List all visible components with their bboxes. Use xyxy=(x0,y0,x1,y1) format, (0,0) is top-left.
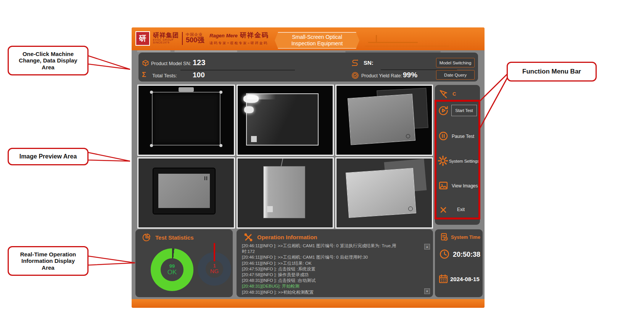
log-line: [20:48:31][INFO ]: 点击按钮 :自动测试 xyxy=(242,278,428,283)
tools-icon xyxy=(243,232,253,242)
callout-text: Area xyxy=(42,64,54,70)
log-title: Operation Information xyxy=(257,234,317,240)
callout-text: Information Display xyxy=(21,258,75,264)
log-line: [20:48:31][INFO ]: >>初始化检测配置 xyxy=(242,290,428,295)
logo-script-text: Ragen Mere xyxy=(209,33,238,38)
current-date: 2024-08-15 xyxy=(450,276,480,282)
callout-data-display-area: One-Click Machine Change, Data Display A… xyxy=(8,46,89,75)
current-time: 20:50:38 xyxy=(453,251,480,259)
product-model-label: Product Model SN: xyxy=(151,61,191,66)
logo-group-name: 研祥集团 xyxy=(153,32,179,39)
logo-rank: 500强 xyxy=(186,37,204,44)
ok-label: OK xyxy=(167,269,177,276)
logo-since: SINCE1979 xyxy=(153,42,179,44)
callout3-tail xyxy=(88,256,135,265)
callout1-tail xyxy=(88,56,130,69)
log-line: [20:46:11][INFO ]: >>工位1结果: OK xyxy=(242,261,428,266)
sigma-icon: Σ xyxy=(142,71,146,79)
pie-icon xyxy=(142,233,151,242)
route-icon xyxy=(351,59,360,68)
preview-image-4 xyxy=(137,157,235,229)
total-tests-value: 100 xyxy=(193,71,205,79)
logo-divider xyxy=(182,32,183,45)
preview-image-3 xyxy=(335,85,433,156)
window-title-line2: Inspection Equipment xyxy=(291,40,343,47)
log-line: [20:48:31][DEBUG]: 开始检测 xyxy=(242,283,428,289)
log-lines: [20:46:11][INFO ]: >>工位相机: CAM1 图片编号: 0 … xyxy=(242,243,428,295)
circuit-decoration xyxy=(174,50,237,52)
callout-text: Change, Data Display xyxy=(19,57,77,64)
ng-label: NG xyxy=(210,268,219,274)
ok-count: 99 xyxy=(169,264,175,269)
total-tests-label: Total Tests: xyxy=(152,73,177,78)
click-icon xyxy=(438,89,449,99)
header-decoration xyxy=(376,35,377,42)
callout-realtime-info-area: Real-Time Operation Information Display … xyxy=(8,246,89,276)
model-switching-button[interactable]: Model Switching xyxy=(436,58,475,67)
logo-slogan: 读码专家+瑕检专家=研祥金码 xyxy=(209,41,269,46)
header-decoration xyxy=(368,42,418,43)
window-header: 研 研祥集团 EVOC GROUP SINCE1979 中国企业 500强 Ra… xyxy=(132,27,485,50)
callout-text: Area xyxy=(42,264,54,271)
product-model-value: 123 xyxy=(193,58,205,67)
log-line: [20:47:53][INFO ]: 点击按钮 :系统设置 xyxy=(242,266,428,272)
system-time-title: System Time xyxy=(451,235,480,240)
underline xyxy=(180,70,295,70)
log-line: [20:46:11][INFO ]: >>工位相机: CAM1 图片编号: 0 … xyxy=(242,254,428,260)
window-title-line1: Small-Screen Optical xyxy=(292,34,342,40)
logo-mark-icon: 研 xyxy=(135,31,150,46)
clock-icon xyxy=(439,248,450,260)
preview-image-5 xyxy=(237,157,334,229)
callout-text: Image Preview Area xyxy=(19,153,77,160)
company-logo: 研 研祥集团 EVOC GROUP SINCE1979 中国企业 500强 Ra… xyxy=(135,31,269,46)
system-time-panel: System Time 20:50:38 2024-08-15 xyxy=(435,229,483,297)
test-statistics-panel: Test Statistics 99 OK 1 NG xyxy=(135,229,233,297)
logo-brand-name: 研祥金码 xyxy=(240,31,269,40)
ng-marker xyxy=(214,243,215,261)
operation-information-panel: Operation Information [20:46:11][INFO ]:… xyxy=(237,229,433,297)
log-line: [20:47:58][INFO ]: 操作员登录成功 xyxy=(242,272,428,278)
stats-title: Test Statistics xyxy=(155,234,194,241)
preview-image-1 xyxy=(137,85,235,156)
menu-header-label: C xyxy=(452,91,456,97)
callout-text: One-Click Machine xyxy=(23,51,74,57)
package-icon xyxy=(142,59,150,67)
callout-text: Function Menu Bar xyxy=(522,68,581,75)
circuit-decoration xyxy=(137,50,171,52)
yield-value: 99% xyxy=(403,71,417,79)
menu-highlight-rectangle xyxy=(435,100,480,219)
scroll-down-button[interactable]: ▼ xyxy=(424,288,430,294)
window-title: Small-Screen Optical Inspection Equipmen… xyxy=(275,32,359,49)
log-line: 时:172 xyxy=(242,249,428,254)
sn-label: SN: xyxy=(364,59,374,66)
app-window: 研 研祥集团 EVOC GROUP SINCE1979 中国企业 500强 Ra… xyxy=(132,27,485,308)
calendar-icon xyxy=(438,274,449,284)
callout2-tail xyxy=(88,152,130,161)
ok-donut-chart: 99 OK xyxy=(151,248,193,291)
scroll-up-button[interactable]: ▲ xyxy=(424,244,430,250)
callout-text: Real-Time Operation xyxy=(20,251,76,258)
header-decoration xyxy=(365,46,449,46)
doc-clock-icon xyxy=(440,232,449,242)
window-footer xyxy=(132,299,485,308)
preview-image-6 xyxy=(335,157,433,229)
log-line: [20:46:11][INFO ]: >>工位相机: CAM1 图片编号: 0 … xyxy=(242,243,428,249)
callout-image-preview-area: Image Preview Area xyxy=(8,148,89,165)
data-display-panel: Product Model SN: 123 SN: Σ Total Tests:… xyxy=(138,53,478,82)
yield-label: Product Yield Rate: xyxy=(361,73,402,78)
preview-image-2 xyxy=(237,85,334,156)
date-query-button[interactable]: Date Query xyxy=(436,70,475,80)
image-preview-area xyxy=(137,85,433,229)
yield-icon xyxy=(351,72,359,79)
callout-function-menu-bar: Function Menu Bar xyxy=(507,62,597,82)
